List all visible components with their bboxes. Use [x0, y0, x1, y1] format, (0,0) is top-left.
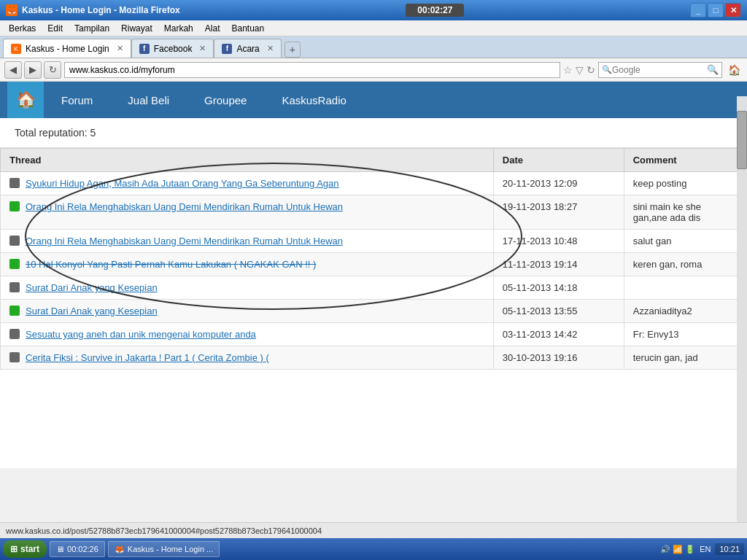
tab-acara-close[interactable]: ✕ [267, 44, 274, 53]
thread-link[interactable]: Surat Dari Anak yang Kesepian [26, 306, 158, 316]
back-button[interactable]: ◀ [4, 61, 22, 79]
taskbar-time: 10:21 [715, 543, 744, 555]
thread-table: Thread Date Comment Syukuri Hidup Agan, … [0, 148, 747, 370]
tab-facebook-close[interactable]: ✕ [199, 44, 206, 53]
start-button[interactable]: ⊞ start [3, 540, 47, 558]
tab-acara[interactable]: f Acara ✕ [214, 39, 281, 58]
thread-date: 11-11-2013 19:14 [493, 253, 624, 276]
nav-groupee[interactable]: Groupee [187, 82, 264, 118]
thread-link[interactable]: Orang Ini Rela Menghabiskan Uang Demi Me… [26, 201, 343, 212]
thread-date: 30-10-2013 19:16 [493, 346, 624, 370]
facebook-favicon: f [139, 44, 150, 54]
thread-link[interactable]: Syukuri Hidup Agan, Masih Ada Jutaan Ora… [26, 178, 339, 189]
thread-date: 17-11-2013 10:48 [493, 230, 624, 253]
tab-facebook-label: Facebook [154, 44, 193, 54]
kaskus-favicon: K [11, 44, 21, 54]
thread-date: 05-11-2013 13:55 [493, 300, 624, 323]
close-button[interactable]: ✕ [725, 3, 741, 18]
nav-forum[interactable]: Forum [44, 82, 110, 118]
browser-window: 🦊 Kaskus - Home Login - Mozilla Firefox … [0, 0, 747, 560]
table-row: Surat Dari Anak yang Kesepian05-11-2013 … [1, 300, 747, 323]
minimize-button[interactable]: _ [690, 3, 706, 18]
addressbar: ◀ ▶ ↻ ☆ ▽ ↻ 🔍 🔍 🏠 [0, 58, 747, 82]
thread-status-icon [9, 329, 20, 339]
scrollbar-track[interactable] [737, 96, 747, 522]
taskbar-right: 🔊 📶 🔋 EN 10:21 [660, 543, 744, 555]
kaskus-home-button[interactable]: 🏠 [7, 82, 44, 118]
tab-kaskus[interactable]: K Kaskus - Home Login ✕ [3, 39, 131, 58]
thread-link[interactable]: Surat Dari Anak yang Kesepian [26, 282, 158, 293]
thread-comment: keep posting [624, 172, 746, 195]
taskbar: ⊞ start 🖥 00:02:26 🦊 Kaskus - Home Login… [0, 538, 747, 560]
thread-status-icon [9, 201, 20, 211]
content-area: Total reputation: 5 Thread Date Comment … [0, 118, 747, 468]
thread-link[interactable]: 10 Hal Konyol Yang Pasti Pernah Kamu Lak… [26, 259, 316, 270]
bookmark-star2[interactable]: ▽ [576, 64, 584, 76]
menu-tampilan[interactable]: Tampilan [69, 22, 115, 35]
menubar: Berkas Edit Tampilan Riwayat Markah Alat… [0, 20, 747, 36]
thread-status-icon [9, 352, 20, 362]
home-button[interactable]: 🏠 [725, 61, 743, 79]
table-row: Orang Ini Rela Menghabiskan Uang Demi Me… [1, 195, 747, 230]
tab-acara-label: Acara [236, 44, 259, 54]
new-tab-button[interactable]: + [285, 42, 301, 58]
col-thread: Thread [1, 149, 494, 172]
reload-small[interactable]: ↻ [587, 64, 595, 76]
table-row: Syukuri Hidup Agan, Masih Ada Jutaan Ora… [1, 172, 747, 195]
taskbar-icons: 🔊 📶 🔋 [660, 545, 695, 554]
tab-facebook[interactable]: f Facebook ✕ [131, 39, 214, 58]
forward-button[interactable]: ▶ [24, 61, 42, 79]
nav-radio[interactable]: KaskusRadio [264, 82, 363, 118]
thread-link[interactable]: Orang Ini Rela Menghabiskan Uang Demi Me… [26, 236, 343, 246]
menu-berkas[interactable]: Berkas [3, 22, 42, 35]
taskbar-clock-time: 00:02:26 [67, 545, 98, 553]
window-controls: _ □ ✕ [690, 3, 741, 18]
search-button[interactable]: 🔍 [707, 64, 719, 75]
thread-comment: terucin gan, jad [624, 346, 746, 370]
thread-comment: sini main ke she gan,ane ada dis [624, 195, 746, 230]
maximize-button[interactable]: □ [708, 3, 724, 18]
tabbar: K Kaskus - Home Login ✕ f Facebook ✕ f A… [0, 36, 747, 58]
taskbar-item-clock[interactable]: 🖥 00:02:26 [50, 541, 105, 557]
reload-button[interactable]: ↻ [44, 61, 61, 79]
menu-markah[interactable]: Markah [158, 22, 199, 35]
taskbar-item-browser[interactable]: 🦊 Kaskus - Home Login ... [108, 541, 220, 557]
search-engine-icon: 🔍 [602, 65, 612, 74]
address-input[interactable] [64, 62, 560, 78]
tab-kaskus-label: Kaskus - Home Login [26, 44, 109, 54]
thread-link[interactable]: Sesuatu yang aneh dan unik mengenai komp… [26, 329, 256, 340]
table-row: Sesuatu yang aneh dan unik mengenai komp… [1, 323, 747, 346]
menu-bantuan[interactable]: Bantuan [225, 22, 270, 35]
thread-link[interactable]: Cerita Fiksi : Survive in Jakarta ! Part… [26, 352, 269, 363]
search-input[interactable] [612, 65, 707, 75]
kaskus-navbar: 🏠 Forum Jual Beli Groupee KaskusRadio [0, 82, 747, 118]
reputation-bar: Total reputation: 5 [0, 118, 747, 148]
status-url: www.kaskus.co.id/post/52788b873ecb179641… [6, 526, 322, 535]
start-label: start [20, 544, 39, 554]
col-comment: Comment [624, 149, 746, 172]
thread-date: 20-11-2013 12:09 [493, 172, 624, 195]
thread-status-icon [9, 282, 20, 292]
thread-comment: keren gan, roma [624, 253, 746, 276]
thread-comment: Fr: Envy13 [624, 323, 746, 346]
menu-riwayat[interactable]: Riwayat [115, 22, 158, 35]
menu-alat[interactable]: Alat [199, 22, 226, 35]
timer-display: 00:02:27 [406, 4, 464, 17]
thread-status-icon [9, 236, 20, 246]
tab-kaskus-close[interactable]: ✕ [117, 44, 123, 53]
bookmark-star[interactable]: ☆ [563, 64, 573, 76]
table-row: Cerita Fiksi : Survive in Jakarta ! Part… [1, 346, 747, 370]
taskbar-lang: EN [700, 545, 711, 553]
scrollbar-thumb[interactable] [737, 111, 747, 169]
table-row: Orang Ini Rela Menghabiskan Uang Demi Me… [1, 230, 747, 253]
table-row: 10 Hal Konyol Yang Pasti Pernah Kamu Lak… [1, 253, 747, 276]
nav-jualbeli[interactable]: Jual Beli [110, 82, 187, 118]
thread-status-icon [9, 306, 20, 316]
titlebar: 🦊 Kaskus - Home Login - Mozilla Firefox … [0, 0, 747, 20]
statusbar: www.kaskus.co.id/post/52788b873ecb179641… [0, 522, 747, 538]
thread-date: 19-11-2013 18:27 [493, 195, 624, 230]
menu-edit[interactable]: Edit [42, 22, 69, 35]
thread-comment: Azzaniaditya2 [624, 300, 746, 323]
thread-date: 05-11-2013 14:18 [493, 276, 624, 300]
taskbar-browser-label: Kaskus - Home Login ... [128, 545, 213, 553]
